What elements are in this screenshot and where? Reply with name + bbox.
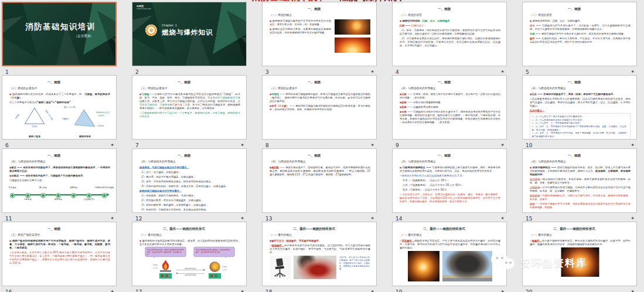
animation-star-icon[interactable]: ✶ bbox=[370, 142, 374, 148]
slide-thumbnail[interactable]: 一、燃烧（三）燃烧的必要条件◆可燃物——凡是能与空气中的氧或其他氧化剂起化学反应… bbox=[132, 75, 247, 140]
tetrahedron-label: 温度（引火源） bbox=[64, 106, 77, 109]
animation-star-icon[interactable]: ✶ bbox=[240, 289, 244, 292]
slide-thumbnail[interactable]: 一、燃烧（三）燃烧的必要条件◆ 物质燃烧过程的发生和发展，必须具备以下三个必要条… bbox=[2, 75, 117, 140]
timeline-label: 氧化发热 bbox=[2, 186, 23, 189]
slide-cell: 一、燃烧（四）与燃烧相关的常用概念◆ 固体的燃烧特点 —— 固体可燃物必须经过受… bbox=[522, 148, 637, 222]
slide-thumbnail[interactable]: 一、燃烧（二）燃烧的类型◆ 燃烧有四种类型：闪燃、点火、自燃和爆炸。点火 —— … bbox=[522, 2, 637, 66]
slide-content: 一、燃烧（二）燃烧的类型◆ 燃烧有四种类型：闪燃、点火、自燃和爆炸。点火 —— … bbox=[523, 2, 637, 66]
triangle-caption: 燃烧三角形 bbox=[13, 135, 57, 138]
slide-thumbnail[interactable]: 一、燃烧（四）与燃烧相关的常用概念◆氧指数 —— 是指在规定条件下，固体材料在氧… bbox=[262, 148, 377, 213]
animation-star-icon[interactable]: ✶ bbox=[240, 216, 244, 221]
animation-star-icon[interactable]: ✶ bbox=[110, 289, 114, 292]
animation-star-icon[interactable]: ✶ bbox=[500, 142, 505, 148]
slide-footer: 8✶ bbox=[262, 140, 377, 149]
slide-thumbnail[interactable]: 一、燃烧（四）与燃烧相关的常用概念◆闪燃 —— 在液体（固体）表面上能产生足够的… bbox=[392, 75, 507, 140]
slide-header: 一、燃烧 bbox=[400, 153, 489, 158]
logo-subtext: TRANSITION PAGE bbox=[137, 8, 151, 9]
slide-content: 一、燃烧（四）与燃烧相关的常用概念◆ 固体的燃烧特点 —— 固体可燃物必须经过受… bbox=[523, 149, 637, 213]
explode-label-box: 爆炸 bbox=[209, 273, 221, 279]
section-subheading: （二）燃烧的类型 bbox=[530, 13, 631, 18]
text-segment: 这三个必要条件可表示成 bbox=[9, 101, 37, 104]
paragraph: ➢化学爆炸：因物质本身起化学反应，产生大量气体和高温高压而发生的爆炸，如炸药的爆… bbox=[400, 239, 500, 249]
slide-content: 一、燃烧（三）燃烧的必要条件◆ 物质燃烧过程的发生和发展，必须具备以下三个必要条… bbox=[2, 76, 117, 140]
timeline-node bbox=[103, 193, 107, 198]
transition-page-logo: 过渡页TRANSITION PAGE bbox=[137, 5, 151, 10]
timeline-label: 可燃物与强氧化剂接触 bbox=[94, 186, 115, 189]
arrow-down-group: 爆炸转化为燃烧 bbox=[175, 273, 206, 276]
paragraph: ◆ 物质燃烧过程的发生和发展，必须具备以下三个必要条件，即：可燃物、氧化剂和温度… bbox=[9, 92, 110, 99]
slide-thumbnail[interactable]: 过渡页TRANSITION PAGEChapter. 1燃烧与爆炸知识 bbox=[132, 2, 247, 66]
slide-thumbnail[interactable]: 一、燃烧（一）燃烧的概念◆ 燃烧是指可燃物与氧化剂产生化学作用而发生的放热反应，… bbox=[262, 2, 377, 66]
text-segment: —一些固体可燃物在空气不流通、加热温度较低或含水分较高时会发生只冒烟而无火焰的燃… bbox=[530, 202, 631, 209]
slide-header: 二、爆炸——燃烧的特殊形式 bbox=[400, 226, 489, 231]
slide-number: 18 bbox=[265, 289, 272, 292]
animation-star-icon[interactable]: ✶ bbox=[500, 69, 505, 74]
animation-star-icon[interactable]: ✶ bbox=[631, 289, 635, 292]
text-segment: 爆炸可分为：物理爆炸、化学爆炸和核爆炸。 bbox=[271, 239, 321, 242]
speech-bubbles: 可燃物与助燃物混合，遇点火源在敞开空间持续燃烧，热量与燃烧产物自由扩散，压力基本… bbox=[139, 247, 240, 257]
section-subheading: （一）燃烧的概念 bbox=[270, 13, 370, 18]
slide-footer: 4✶ bbox=[392, 66, 507, 76]
slide-thumbnail[interactable]: 一、燃烧（四）与燃烧相关的常用概念◆ 固体的燃烧特点 —— 固体可燃物必须经过受… bbox=[522, 148, 637, 213]
animation-star-icon[interactable]: ✶ bbox=[631, 142, 635, 148]
slide-content: 一、燃烧（四）与燃烧相关的常用概念◆闪燃 —— 在液体（固体）表面上能产生足够的… bbox=[393, 76, 507, 140]
triangle-label: 可燃物 bbox=[15, 114, 20, 120]
slide-thumbnail[interactable]: 一、燃烧（五）燃烧产物及毒害性◆ 燃烧产物是指由燃烧或热解作用产生的全部物质。燃… bbox=[2, 222, 117, 286]
text-segment: 物质燃烧过程的发生和发展，必须具备以下三个必要条件，即： bbox=[12, 93, 84, 96]
slide-thumbnail[interactable]: 二、爆炸——燃烧的特殊形式（一）爆炸的概念➢化学爆炸：因物质本身起化学反应，产生… bbox=[392, 222, 507, 286]
slide-number: 7 bbox=[135, 142, 139, 148]
animation-star-icon[interactable]: ✶ bbox=[110, 142, 114, 148]
animation-star-icon[interactable]: ✶ bbox=[370, 216, 374, 221]
section-subheading: （四）与燃烧相关的常用概念 bbox=[9, 160, 110, 164]
text-segment: 助燃剂 bbox=[271, 93, 279, 96]
slide-cell: 过渡页TRANSITION PAGEChapter. 1燃烧与爆炸知识2 bbox=[132, 2, 247, 75]
paragraph: ◆ 可燃液体的燃烧特点 —— 可燃液体的燃烧实际上是可燃蒸气的燃烧，因此，液体是… bbox=[400, 165, 500, 172]
text-segment: 闪燃 —— bbox=[400, 24, 411, 27]
slide-thumbnail[interactable]: 一、燃烧（四）与燃烧相关的常用概念影响液体、气体可燃物自燃点的主要因素有：（1）… bbox=[132, 148, 247, 213]
slide-content: 一、燃烧（三）燃烧的必要条件◆助燃剂 —— 帮助和支持可燃物燃烧的物质，即能与可… bbox=[263, 76, 377, 140]
text-segment: “燃烧三角形” bbox=[37, 101, 53, 104]
slide-footer: 20✶ bbox=[522, 286, 637, 292]
explode-side: 可燃物点火源✹爆炸 bbox=[209, 262, 221, 279]
slide-thumbnail[interactable]: 一、燃烧（四）与燃烧相关的常用概念◆闪点 —— 在规定的试验条件下，液体（固体）… bbox=[522, 75, 637, 140]
animation-star-icon[interactable]: ✶ bbox=[631, 216, 635, 221]
slide-cell: 一、燃烧（四）与燃烧相关的常用概念◆氧指数 —— 是指在规定条件下，固体材料在氧… bbox=[262, 148, 377, 222]
slide-thumbnail[interactable]: 一、燃烧（三）燃烧的必要条件◆助燃剂 —— 帮助和支持可燃物燃烧的物质，即能与可… bbox=[262, 75, 377, 140]
slide-thumbnail[interactable]: 消防基础知识培训（企业通用） bbox=[2, 2, 117, 66]
animation-star-icon[interactable]: ✶ bbox=[370, 289, 374, 292]
slide-number: 16 bbox=[5, 289, 12, 292]
slide-thumbnail[interactable]: 一、燃烧（四）与燃烧相关的常用概念◆ 可燃液体的燃烧特点 —— 可燃液体的燃烧实… bbox=[392, 148, 507, 213]
animation-star-icon[interactable]: ✶ bbox=[631, 69, 635, 74]
slide-thumbnail[interactable]: 二、爆炸——燃烧的特殊形式（一）爆炸的概念◆爆炸可分为：物理爆炸、化学爆炸和核爆… bbox=[262, 222, 377, 286]
slide-number: 13 bbox=[265, 216, 272, 222]
animation-star-icon[interactable]: ✶ bbox=[240, 142, 244, 148]
slide-thumbnail[interactable]: 一、燃烧（四）与燃烧相关的常用概念◆燃点 —— 是指在规定的试验条件下，液体或固… bbox=[2, 148, 117, 213]
arrow-label: 燃烧转化为爆炸 bbox=[175, 267, 206, 270]
paragraph: （2）氧浓度：混合气中氧浓度越高，自燃点越低； bbox=[139, 175, 240, 178]
text-segment: （1）首先，可燃液体（包括能蒸发出蒸气的可燃固体）表面挥发的蒸气与空气混合形成混… bbox=[400, 29, 500, 35]
slide-header: 一、燃烧 bbox=[400, 80, 489, 84]
slide-title: 消防基础知识培训 bbox=[3, 21, 117, 32]
text-segment: 可燃物质与空气共存的条件下，当达到某一温度时，与引火源接触即能引起燃烧，并在引火… bbox=[530, 24, 631, 30]
text-segment: ➢按相关火灾危险性大小及闪点高低将可燃液体分为 3 类： bbox=[400, 174, 465, 177]
slide-thumbnail[interactable]: 一、燃烧（二）燃烧的类型◆ 燃烧有四种类型：闪燃、点火、自燃和爆炸。闪燃 —— … bbox=[392, 2, 507, 66]
text-segment: （1）压力：压力越高，自燃点越低； bbox=[139, 171, 181, 174]
slide-cell: 一、燃烧（四）与燃烧相关的常用概念影响液体、气体可燃物自燃点的主要因素有：（1）… bbox=[132, 148, 247, 222]
paragraph: ➢闪点是衡量液体火灾危险性大小的重要参数。闪点与可燃性液体的饱和蒸气压有关，饱和… bbox=[530, 97, 631, 107]
text-segment: 由于液体变成蒸气或者气体迅速膨胀，压力急剧增加，并大大超过容器的极限压力而发生的… bbox=[270, 244, 370, 254]
paragraph: （1）压力：压力越高，自燃点越低； bbox=[139, 170, 240, 174]
animation-star-icon[interactable]: ✶ bbox=[370, 69, 374, 74]
animation-star-icon[interactable]: ✶ bbox=[500, 289, 505, 292]
paragraph: 爆炸 —— 在极短时间内，释放出大量能量，产生高温，并放出大量气体，在周围介质中… bbox=[530, 36, 631, 43]
slide-thumbnail[interactable]: 二、爆炸——燃烧的特殊形式（一）爆炸的概念➢核爆炸：由于原子核裂变或聚变反应，释… bbox=[522, 222, 637, 286]
side-label: 点火源 bbox=[149, 267, 158, 269]
timeline-label: 分解放热 bbox=[18, 198, 38, 201]
text-segment: 轰燃 bbox=[401, 106, 407, 108]
chapter-title: 燃烧与爆炸知识 bbox=[162, 28, 213, 37]
slide-header: 二、爆炸——燃烧的特殊形式 bbox=[270, 226, 359, 231]
text-segment: （2）挥发物的数量：挥发出的可燃物越多，自燃点越低； bbox=[139, 199, 203, 202]
text-segment: —— 在液体（固体）表面上能产生足够的可燃蒸气，遇火能产生一闪即灭的火苗或闪光的… bbox=[400, 93, 500, 99]
animation-star-icon[interactable]: ✶ bbox=[110, 216, 114, 221]
slide-thumbnail[interactable]: 二、爆炸——燃烧的特殊形式（一）爆炸的概念◆ 爆炸是指由于物质急剧氧化或分解反应… bbox=[132, 222, 247, 286]
animation-star-icon[interactable]: ✶ bbox=[500, 216, 505, 221]
